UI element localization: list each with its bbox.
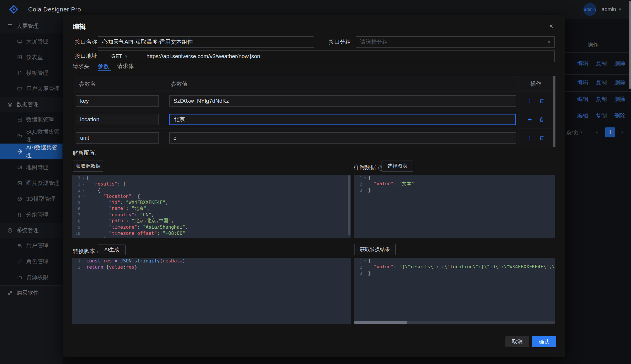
param-value-input[interactable]: SzD0xw_NYlg7dNdKz [169, 95, 516, 107]
trash-icon[interactable] [539, 98, 544, 104]
param-value-input[interactable]: c [169, 132, 516, 144]
background-divider [565, 108, 631, 108]
background-link-编辑[interactable]: 编辑 [577, 112, 588, 120]
code-text: "location": { [86, 193, 140, 199]
code-line: 9 "timezone": "Asia/Shanghai", [72, 224, 351, 230]
editor-hscroll-track[interactable] [354, 321, 555, 324]
fold-chevron-icon[interactable]: ∨ [80, 176, 86, 179]
sidebar-item-大屏管理[interactable]: 大屏管理 [0, 19, 63, 33]
param-row-unit: unitc+ [73, 129, 555, 147]
sidebar-item-label: 数据源管理 [26, 116, 54, 124]
sidebar-item-模板管理[interactable]: 模板管理 [0, 65, 63, 81]
background-link-删除[interactable]: 删除 [614, 112, 625, 120]
fetch-source-button[interactable]: 获取源数据 [73, 161, 103, 172]
param-name-input[interactable]: location [76, 114, 159, 125]
sidebar-item-用户管理[interactable]: 用户管理 [0, 238, 63, 254]
api-name-input[interactable]: 心知天气API-获取温度-适用文本组件 [98, 36, 314, 48]
background-divider [565, 124, 631, 124]
cancel-button[interactable]: 取消 [505, 336, 529, 347]
sidebar-item-用户大屏管理[interactable]: 用户大屏管理 [0, 81, 63, 97]
sidebar-item-SQL数据集管理[interactable]: SQL数据集管理 [0, 128, 63, 144]
sidebar-item-角色管理[interactable]: 角色管理 [0, 254, 63, 269]
transform-script-editor[interactable]: 1const res = JSON.stringify(resData)2ret… [72, 258, 351, 324]
fold-chevron-icon[interactable]: ∨ [80, 188, 86, 192]
close-icon[interactable]: × [547, 22, 556, 31]
page-scrollbar[interactable] [629, 1, 631, 89]
sidebar-item-label: 大屏管理 [16, 22, 39, 30]
trash-icon[interactable] [539, 135, 544, 141]
fold-chevron-icon[interactable]: ∨ [362, 259, 368, 262]
background-link-编辑[interactable]: 编辑 [577, 60, 588, 67]
sidebar-item-地图管理[interactable]: 地图管理 [0, 159, 63, 175]
background-link-复制[interactable]: 复制 [596, 95, 607, 103]
sidebar-item-数据源管理[interactable]: 数据源管理 [0, 112, 63, 128]
line-number: 2 [72, 265, 80, 269]
sample-data-editor[interactable]: 1∨{2 "value": "文本"3} [354, 175, 555, 238]
line-number: 2 [354, 182, 362, 186]
trash-icon[interactable] [539, 117, 544, 122]
sidebar-item-仪表盘[interactable]: 仪表盘 [0, 49, 63, 65]
background-link-复制[interactable]: 复制 [596, 112, 607, 120]
tab-params[interactable]: 参数 [98, 63, 109, 73]
editor-scrollbar[interactable] [348, 175, 350, 235]
line-number: 3 [72, 188, 80, 193]
sidebar-item-3D模型管理[interactable]: 3D模型管理 [0, 191, 63, 207]
ai-generate-button[interactable]: AI生成 [98, 245, 126, 255]
editor-hscroll-thumb[interactable] [354, 321, 407, 324]
param-name-input[interactable]: unit [76, 132, 159, 144]
background-table-row: 编辑复制删除 [577, 112, 625, 120]
background-link-编辑[interactable]: 编辑 [577, 79, 588, 86]
fold-chevron-icon[interactable]: ∨ [362, 176, 368, 179]
background-link-删除[interactable]: 删除 [614, 79, 625, 86]
sidebar-item-数据管理[interactable]: 数据管理 [0, 97, 63, 112]
sidebar-item-大屏管理[interactable]: 大屏管理 [0, 33, 63, 49]
sample-data-text: 样例数据 [354, 164, 376, 170]
pagination-prev[interactable]: ‹ [596, 129, 598, 135]
sidebar-item-label: 系统管理 [16, 227, 39, 234]
username-dropdown[interactable]: admin [602, 0, 616, 19]
api-url-input[interactable]: https://api.seniverse.com/v3/weather/now… [141, 51, 554, 62]
transform-result-editor[interactable]: 1∨{2 "value": "{\"results\":[{\"location… [354, 258, 555, 324]
code-line: 8 "path": "北京,北京,中国", [72, 218, 351, 224]
fold-chevron-icon[interactable]: ∨ [80, 182, 86, 186]
http-method-select[interactable]: GET ∨ [98, 51, 141, 62]
background-link-复制[interactable]: 复制 [596, 79, 607, 86]
param-value-input[interactable]: 北京 [169, 114, 516, 125]
source-data-editor[interactable]: 1∨{2∨ "results": [3∨ {4∨ "location": {5 … [72, 175, 351, 238]
add-param-icon[interactable]: + [528, 98, 532, 104]
code-text: "path": "北京,北京,中国", [86, 218, 174, 224]
api-name-label: 接口名称 [75, 36, 97, 48]
code-line: 2 "value": "文本" [354, 181, 555, 187]
code-text: { [368, 175, 371, 181]
line-number: 1 [354, 176, 362, 180]
pagination-page-1[interactable]: 1 [605, 127, 615, 137]
fetch-result-button[interactable]: 获取转换结果 [354, 244, 396, 255]
add-param-icon[interactable]: + [528, 135, 532, 141]
avatar[interactable]: admin [583, 3, 596, 16]
sidebar-item-API数据集管理[interactable]: API数据集管理 [0, 144, 63, 159]
add-param-icon[interactable]: + [528, 117, 532, 122]
tab-request-headers[interactable]: 请求头 [73, 63, 90, 73]
tab-request-body[interactable]: 请求体 [117, 63, 134, 73]
select-chart-button[interactable]: 选择图表 [382, 161, 413, 172]
pagination-next[interactable]: › [621, 129, 623, 135]
sidebar-item-分组管理[interactable]: 分组管理 [0, 207, 63, 223]
background-link-编辑[interactable]: 编辑 [577, 95, 588, 103]
params-table-scrollbar[interactable] [553, 76, 555, 147]
api-group-select[interactable]: 请选择分组 ∨ [356, 36, 555, 48]
template-file-icon [17, 70, 22, 76]
fold-chevron-icon[interactable]: ∨ [80, 195, 86, 198]
sidebar-item-图片资源管理[interactable]: 图片资源管理 [0, 175, 63, 191]
screen-icon [17, 39, 22, 44]
sidebar-item-系统管理[interactable]: 系统管理 [0, 223, 63, 238]
sidebar-item-购买软件[interactable]: 购买软件 [0, 286, 63, 300]
line-number: 8 [72, 219, 80, 223]
edit-modal: 编辑 × 接口名称 心知天气API-获取温度-适用文本组件 接口分组 请选择分组… [63, 15, 565, 357]
confirm-button[interactable]: 确认 [532, 336, 556, 347]
param-name-input[interactable]: key [76, 95, 159, 107]
line-number: 2 [72, 182, 80, 186]
background-link-复制[interactable]: 复制 [596, 60, 607, 67]
background-link-删除[interactable]: 删除 [614, 95, 625, 103]
sidebar-item-资源权限[interactable]: 资源权限 [0, 269, 63, 285]
background-link-删除[interactable]: 删除 [614, 60, 625, 67]
